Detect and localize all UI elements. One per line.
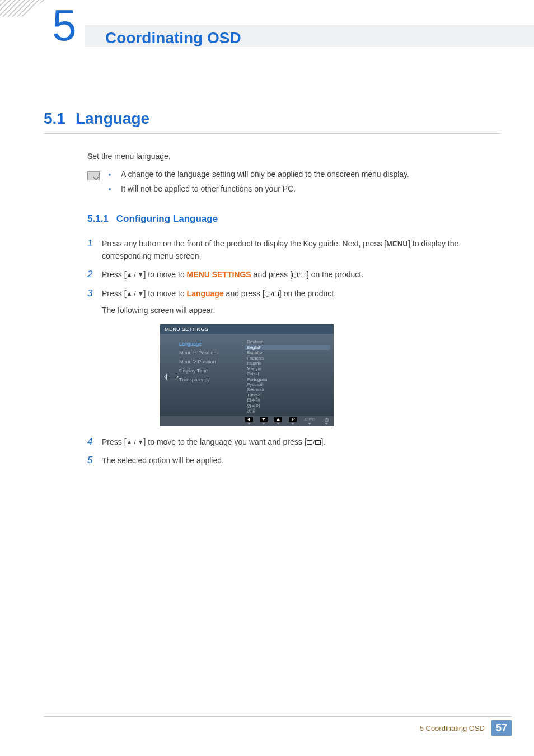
osd-lang: 한국어 [245, 403, 330, 408]
menu-label: MENU [386, 240, 408, 248]
page-footer: 5 Coordinating OSD 57 [44, 716, 512, 736]
step-text: ]. [321, 437, 326, 446]
step-text: ] to move to [144, 270, 187, 279]
footer-text: 5 Coordinating OSD [420, 724, 485, 732]
osd-item: Menu H-Position: [179, 348, 243, 357]
note-item: It will not be applied to other function… [109, 184, 500, 193]
note-list: A change to the language setting will on… [109, 170, 500, 199]
up-down-icon: ▲ / ▼ [127, 271, 144, 278]
svg-rect-13 [315, 440, 320, 444]
step-number: 2 [87, 269, 102, 281]
step-text: ] to move to the language you want and p… [144, 437, 307, 446]
osd-item: Display Time: [179, 366, 243, 375]
up-down-icon: ▲ / ▼ [127, 290, 144, 297]
step-list: 1 Press any button on the front of the p… [87, 238, 500, 316]
step-text: The selected option will be applied. [102, 456, 224, 465]
enter-source-icon: / [307, 437, 321, 446]
step-text: ] to move to [144, 289, 187, 298]
step-2: 2 Press [▲ / ▼] to move to MENU SETTINGS… [87, 269, 500, 281]
osd-item: Transparency: [179, 375, 243, 384]
hint-back-icon [245, 417, 253, 425]
highlight-term: MENU SETTINGS [187, 270, 251, 279]
hint-power-icon [322, 417, 330, 425]
osd-category-icon [163, 339, 179, 413]
step-text: Press [ [102, 289, 127, 298]
step-4: 4 Press [▲ / ▼] to move to the language … [87, 436, 500, 449]
up-down-icon: ▲ / ▼ [127, 438, 144, 445]
osd-lang: Italiano [245, 361, 330, 366]
step-number: 4 [87, 436, 102, 449]
step-list-cont: 4 Press [▲ / ▼] to move to the language … [87, 436, 500, 467]
osd-screenshot: MENU SETTINGS Language: Menu H-Position:… [160, 324, 334, 426]
osd-lang: Polski [245, 371, 330, 376]
step-3: 3 Press [▲ / ▼] to move to Language and … [87, 288, 500, 316]
osd-lang: Deutsch [245, 339, 330, 344]
subsection-heading: 5.1.1Configuring Language [87, 213, 500, 225]
section-heading: 5.1Language [44, 110, 500, 134]
chapter-title: Coordinating OSD [105, 29, 241, 47]
osd-lang: 日本語 [245, 398, 330, 403]
step-subtext: The following screen will appear. [102, 305, 500, 317]
hint-up-icon [274, 417, 282, 425]
osd-lang: Русский [245, 382, 330, 387]
osd-lang: Svenska [245, 387, 330, 392]
svg-text:/: / [313, 440, 315, 445]
step-1: 1 Press any button on the front of the p… [87, 238, 500, 262]
section-title: Language [76, 110, 149, 127]
subsection-title: Configuring Language [116, 213, 218, 224]
section-number: 5.1 [44, 110, 65, 127]
step-5: 5 The selected option will be applied. [87, 455, 500, 467]
step-text: and press [ [251, 270, 292, 279]
step-number: 1 [87, 238, 102, 262]
step-text: Press [ [102, 437, 127, 446]
osd-item-selected: Language: [179, 339, 243, 348]
osd-title: MENU SETTINGS [160, 324, 334, 334]
step-text: ] on the product. [279, 289, 336, 298]
osd-lang: Türkçe [245, 393, 330, 398]
step-text: Press [ [102, 270, 127, 279]
osd-lang: Magyar [245, 366, 330, 371]
step-number: 3 [87, 288, 102, 316]
hint-auto-label: AUTO [303, 417, 316, 425]
svg-rect-3 [301, 273, 306, 277]
enter-source-icon: / [292, 270, 307, 279]
svg-rect-10 [307, 440, 312, 444]
svg-rect-11 [308, 444, 311, 445]
step-number: 5 [87, 455, 102, 467]
osd-lang-selected: English [245, 345, 330, 350]
osd-lang: 汉语 [245, 408, 330, 413]
highlight-term: Language [187, 289, 224, 298]
osd-lang: Français [245, 356, 330, 361]
subsection-number: 5.1.1 [87, 213, 109, 224]
osd-language-list: Deutsch English Español Français Italian… [245, 339, 330, 413]
osd-lang: Português [245, 377, 330, 382]
step-text: ] on the product. [307, 270, 363, 279]
note-icon [87, 171, 100, 180]
osd-item: Menu V-Position: [179, 357, 243, 366]
note-item: A change to the language setting will on… [109, 170, 500, 179]
svg-rect-7 [273, 292, 278, 296]
osd-hint-bar: AUTO [160, 416, 334, 426]
osd-lang: Español [245, 350, 330, 355]
hint-down-icon [260, 417, 268, 425]
hint-enter-icon [289, 417, 297, 425]
chapter-header: 5 Coordinating OSD [0, 17, 534, 56]
chapter-number: 5 [44, 3, 85, 54]
svg-text:/: / [298, 272, 300, 278]
svg-rect-1 [294, 277, 296, 278]
svg-rect-0 [292, 273, 297, 277]
svg-rect-4 [265, 292, 270, 296]
osd-menu-items: Language: Menu H-Position: Menu V-Positi… [179, 339, 245, 413]
enter-source-icon: / [265, 289, 279, 298]
section-intro: Set the menu language. [87, 152, 500, 161]
svg-text:/: / [271, 291, 273, 297]
step-text: Press any button on the front of the pro… [102, 239, 386, 248]
svg-rect-5 [266, 296, 269, 297]
page-number: 57 [491, 720, 512, 736]
step-text: and press [ [224, 289, 265, 298]
